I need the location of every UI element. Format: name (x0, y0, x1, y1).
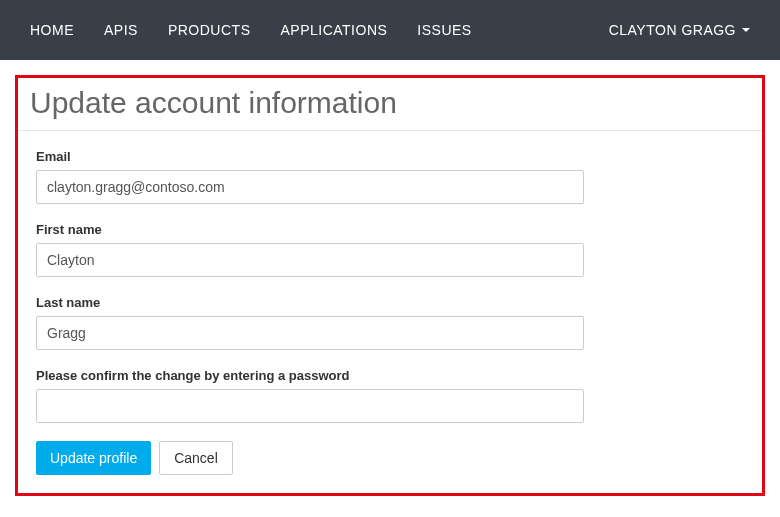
password-label: Please confirm the change by entering a … (36, 368, 744, 383)
user-menu-label: CLAYTON GRAGG (609, 22, 736, 38)
cancel-button[interactable]: Cancel (159, 441, 233, 475)
highlight-box: Update account information Email First n… (15, 75, 765, 496)
form-group-first-name: First name (36, 222, 744, 277)
email-field[interactable] (36, 170, 584, 204)
last-name-label: Last name (36, 295, 744, 310)
nav-item-applications[interactable]: APPLICATIONS (265, 2, 402, 58)
page-title: Update account information (18, 78, 762, 131)
form-area: Email First name Last name Please confir… (18, 131, 762, 493)
form-group-last-name: Last name (36, 295, 744, 350)
caret-down-icon (742, 28, 750, 32)
button-row: Update profile Cancel (36, 441, 744, 475)
first-name-label: First name (36, 222, 744, 237)
content-wrap: Update account information Email First n… (0, 60, 780, 511)
update-profile-button[interactable]: Update profile (36, 441, 151, 475)
nav-item-apis[interactable]: APIS (89, 2, 153, 58)
nav-left: HOME APIS PRODUCTS APPLICATIONS ISSUES (15, 2, 487, 58)
top-navbar: HOME APIS PRODUCTS APPLICATIONS ISSUES C… (0, 0, 780, 60)
nav-item-products[interactable]: PRODUCTS (153, 2, 266, 58)
email-label: Email (36, 149, 744, 164)
password-field[interactable] (36, 389, 584, 423)
form-group-email: Email (36, 149, 744, 204)
user-menu[interactable]: CLAYTON GRAGG (594, 2, 765, 58)
first-name-field[interactable] (36, 243, 584, 277)
last-name-field[interactable] (36, 316, 584, 350)
form-group-password: Please confirm the change by entering a … (36, 368, 744, 423)
nav-item-home[interactable]: HOME (15, 2, 89, 58)
nav-item-issues[interactable]: ISSUES (402, 2, 486, 58)
